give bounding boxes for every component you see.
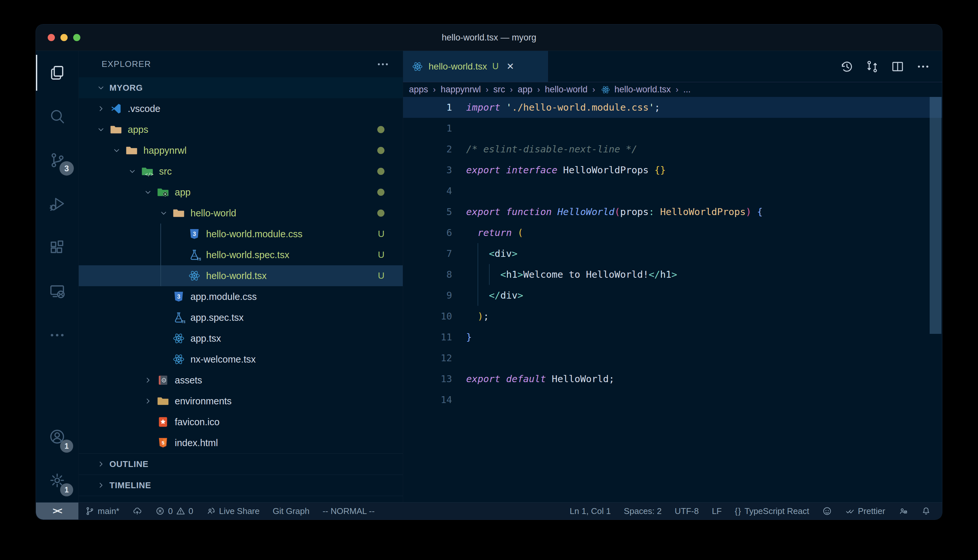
breadcrumb-item[interactable]: hello-world.tsx [614,85,672,95]
status-text: Git Graph [273,506,310,516]
tree-item-hello-world.tsx[interactable]: hello-world.tsxU [79,265,403,286]
breadcrumb-item[interactable]: app [517,85,533,95]
breadcrumb-item[interactable]: hello-world [544,85,588,95]
tree-item-favicon.ico[interactable]: favicon.ico [79,412,403,432]
tree-item-hello-world.spec.tsx[interactable]: TShello-world.spec.tsxU [79,245,403,265]
activity-settings[interactable]: 1 [36,458,79,502]
status-git-graph[interactable]: Git Graph [266,503,316,520]
status-text: main* [98,506,119,516]
status-vim-mode[interactable]: -- NORMAL -- [316,503,381,520]
tree-item-index.html[interactable]: 5index.html [79,432,403,453]
svg-text:5: 5 [162,440,164,445]
more-actions-button[interactable] [916,59,930,74]
breadcrumb-item[interactable]: apps [408,85,429,95]
git-untracked-badge: U [378,229,385,239]
react-icon [172,353,185,366]
indent-guide [489,264,490,285]
scrollbar[interactable] [930,97,941,334]
breadcrumb-item[interactable]: src [493,85,506,95]
git-modified-dot [377,126,385,133]
tree-item-hello-world[interactable]: hello-world [79,203,403,223]
activity-remote-explorer[interactable] [36,270,79,313]
tree-item-.vscode[interactable]: .vscode [79,98,403,119]
code-line: 8 <h1>Welcome to HelloWorld!</h1> [403,264,942,285]
activity-bar: 3 11 [36,51,79,502]
status-git-branch[interactable]: main* [79,503,126,520]
code-text: </div> [452,285,942,306]
tree-item-src[interactable]: </>src [79,161,403,182]
tree-item-hello-world.module.css[interactable]: 3hello-world.module.cssU [79,223,403,245]
code-text: } [452,327,942,348]
outline-section[interactable]: OUTLINE [79,453,403,475]
status-sync-changes[interactable] [126,503,149,520]
folder-icon [125,144,138,157]
line-number: 11 [403,327,452,348]
code-line: 2/* eslint-disable-next-line */ [403,139,942,160]
file-label: hello-world.spec.tsx [206,250,289,260]
activity-badge: 1 [60,483,73,497]
activity-explorer[interactable] [36,51,79,95]
line-number: 8 [403,264,452,285]
folder-src-icon: </> [141,165,154,178]
tree-root-myorg[interactable]: MYORG [79,77,403,98]
tree-item-apps[interactable]: apps [79,119,403,140]
activity-source-control[interactable]: 3 [36,138,79,182]
tree-item-app.tsx[interactable]: app.tsx [79,328,403,349]
chevron-right-icon [92,481,109,490]
breadcrumb-item[interactable]: ... [683,85,692,95]
git-untracked-badge: U [378,250,385,260]
status-cursor-position[interactable]: Ln 1, Col 1 [563,503,617,520]
folder-icon [109,123,122,136]
file-label: hello-world.module.css [206,229,303,240]
liveshare-icon [206,506,216,516]
file-label: favicon.ico [175,417,219,428]
status-language-mode[interactable]: {}TypeScript React [729,503,816,520]
activity-run-and-debug[interactable] [36,182,79,226]
code-line: 1import './hello-world.module.css'; [403,97,942,118]
file-label: hello-world [191,208,236,218]
tab-hello-world-tsx[interactable]: hello-world.tsx U ✕ [403,51,548,82]
file-tree: .vscodeappshappynrwl</>srcapphello-world… [79,98,403,453]
tree-item-environments[interactable]: environments [79,391,403,412]
breadcrumb-separator: › [537,85,540,94]
tree-item-app.module.css[interactable]: 3app.module.css [79,286,403,307]
tree-item-happynrwl[interactable]: happynrwl [79,140,403,161]
activity-accounts[interactable]: 1 [36,415,79,458]
status-remote-indicator[interactable]: >< [36,503,79,520]
status-eol[interactable]: LF [705,503,728,520]
chevron-down-icon [139,188,157,197]
close-tab-button[interactable]: ✕ [506,61,514,72]
split-editor-button[interactable] [891,59,905,74]
css-icon: 3 [172,290,185,303]
file-label: hello-world.tsx [206,270,267,281]
svg-text:TS: TS [197,257,201,261]
status-live-share[interactable]: Live Share [200,503,266,520]
code-text: export interface HelloWorldProps {} [452,160,942,180]
extensions-icon [48,239,66,257]
status-problems[interactable]: 00 [149,503,200,520]
line-number: 4 [403,180,452,202]
vscode-window: hello-world.tsx — myorg 3 11 EXPLORER MY… [36,25,942,520]
status-feedback[interactable] [892,503,914,520]
activity-search[interactable] [36,95,79,138]
tree-item-app.spec.tsx[interactable]: TSapp.spec.tsx [79,307,403,328]
tree-item-nx-welcome.tsx[interactable]: nx-welcome.tsx [79,349,403,370]
tree-item-assets[interactable]: assets [79,370,403,391]
status-prettier[interactable]: Prettier [839,503,892,520]
status-notifications[interactable] [914,503,938,520]
code-text: <div> [452,243,942,264]
activity-extensions[interactable] [36,226,79,270]
code-editor[interactable]: 1import './hello-world.module.css';12/* … [403,97,942,502]
tree-item-app[interactable]: app [79,182,403,203]
chevron-down-icon [92,125,109,134]
code-text: /* eslint-disable-next-line */ [452,139,942,160]
status-encoding[interactable]: UTF-8 [668,503,705,520]
open-changes-button[interactable] [865,59,879,74]
status-octoface[interactable] [816,503,839,520]
activity-more-views[interactable] [36,313,79,357]
status-indentation[interactable]: Spaces: 2 [617,503,668,520]
breadcrumb-item[interactable]: happynrwl [440,85,481,95]
open-timeline-button[interactable] [839,59,854,74]
timeline-section[interactable]: TIMELINE [79,475,403,496]
explorer-actions-button[interactable] [376,57,390,71]
